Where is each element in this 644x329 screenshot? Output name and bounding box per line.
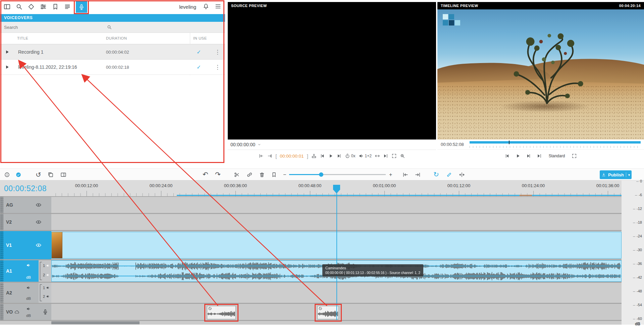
speaker-icon[interactable]: [46, 286, 50, 290]
drag-handle[interactable]: [0, 231, 3, 259]
track-vo-header[interactable]: VO dB: [0, 304, 51, 320]
delete-trash-icon[interactable]: [259, 172, 265, 178]
zoom-out-icon[interactable]: −: [283, 172, 286, 177]
play-icon[interactable]: [515, 153, 521, 159]
next-frame-icon[interactable]: [336, 153, 342, 159]
db-toggle[interactable]: dB: [26, 314, 31, 318]
track-v2-header[interactable]: V2: [0, 214, 51, 230]
record-microphone-icon[interactable]: [42, 309, 48, 315]
fullscreen-icon[interactable]: [572, 153, 577, 159]
scrub-bar-track[interactable]: [470, 141, 641, 144]
undo-icon[interactable]: ↶: [203, 171, 208, 178]
drag-handle[interactable]: [0, 214, 3, 230]
microphone-icon[interactable]: [76, 1, 87, 13]
notifications-bell-icon[interactable]: [203, 3, 209, 10]
channel-row[interactable]: 2: [43, 294, 50, 298]
duplicate-icon[interactable]: [48, 172, 54, 178]
speaker-icon[interactable]: [46, 294, 50, 298]
trim-expand-icon[interactable]: [459, 172, 465, 178]
voiceover-row[interactable]: Recording 1 00:00:04:02 ✓ ⋮: [0, 44, 225, 60]
play-icon[interactable]: [328, 153, 333, 159]
visibility-eye-icon[interactable]: [36, 219, 42, 225]
speaker-icon[interactable]: [46, 273, 50, 277]
goto-mark-in-icon[interactable]: [259, 153, 264, 159]
skip-end-icon[interactable]: [537, 153, 542, 159]
fullscreen-icon[interactable]: [391, 153, 397, 159]
marker-icon[interactable]: [271, 172, 277, 178]
track-a1-header[interactable]: A1 dB 1 2: [0, 260, 51, 282]
drag-handle[interactable]: [0, 197, 3, 213]
play-icon[interactable]: [4, 49, 10, 55]
layout-panels-icon[interactable]: [3, 3, 11, 10]
quality-selector[interactable]: Standard: [549, 154, 565, 158]
razor-icon[interactable]: [446, 172, 452, 178]
publish-button[interactable]: Publish ▾: [600, 170, 632, 179]
insert-to-timeline-icon[interactable]: [311, 153, 317, 159]
mark-out-bracket[interactable]: ]: [307, 153, 308, 159]
play-icon[interactable]: [4, 64, 10, 70]
db-toggle[interactable]: dB: [26, 296, 31, 300]
timeline-scrollbar[interactable]: [0, 321, 622, 325]
speaker-icon[interactable]: [26, 285, 31, 290]
scrub-bar[interactable]: [470, 140, 641, 149]
zoom-slider-knob[interactable]: [319, 172, 323, 177]
chevron-down-icon[interactable]: [257, 143, 261, 147]
zoom-in-icon[interactable]: [400, 153, 405, 159]
db-toggle[interactable]: dB: [26, 275, 31, 279]
insert-mode-icon[interactable]: [402, 172, 409, 178]
zoom-in-icon[interactable]: +: [389, 172, 392, 177]
speaker-icon[interactable]: [46, 264, 50, 268]
drag-handle[interactable]: [0, 260, 3, 282]
track-v1-header[interactable]: V1: [0, 231, 51, 259]
marker-icon[interactable]: [52, 3, 59, 10]
scrub-position-marker[interactable]: [509, 141, 509, 144]
caret-down-icon[interactable]: ▾: [628, 173, 630, 177]
speaker-icon[interactable]: [26, 307, 31, 311]
overwrite-mode-icon[interactable]: [415, 172, 421, 178]
goto-mark-out-icon[interactable]: [267, 153, 272, 159]
render-refresh-icon[interactable]: ↻: [433, 171, 439, 178]
next-frame-icon[interactable]: [526, 153, 531, 159]
channel-row[interactable]: 1: [43, 286, 50, 290]
reset-icon[interactable]: ↺: [36, 171, 41, 178]
speaker-icon[interactable]: [26, 263, 31, 268]
channel-row[interactable]: 1: [43, 264, 50, 268]
search-icon[interactable]: [15, 3, 23, 10]
link-icon[interactable]: [247, 172, 253, 178]
drag-handle[interactable]: [0, 304, 3, 320]
voiceover-clip-2[interactable]: [317, 306, 339, 319]
timeline-ruler[interactable]: 00:00:52:08 00:00:12:00 00:00:24:00 00:0…: [0, 180, 644, 196]
fit-width-icon[interactable]: [375, 153, 380, 159]
adjust-sliders-icon[interactable]: [40, 3, 47, 10]
timeline-preview-video[interactable]: [437, 9, 644, 140]
previous-frame-icon[interactable]: [504, 153, 510, 159]
split-panel-icon[interactable]: [60, 172, 66, 178]
info-icon[interactable]: [4, 172, 10, 178]
drag-handle[interactable]: [0, 283, 3, 303]
kebab-menu-icon[interactable]: ⋮: [215, 48, 220, 55]
visibility-eye-icon[interactable]: [36, 242, 42, 248]
source-preview-video[interactable]: [228, 9, 436, 140]
voiceover-clip-1[interactable]: [207, 306, 236, 319]
kebab-menu-icon[interactable]: ⋮: [215, 64, 220, 71]
previous-frame-icon[interactable]: [320, 153, 325, 159]
scrollbar-thumb[interactable]: [51, 321, 140, 324]
cut-scissors-icon[interactable]: [234, 172, 240, 178]
hamburger-menu-icon[interactable]: [215, 3, 221, 10]
mark-in-bracket[interactable]: [: [275, 153, 277, 159]
channel-row[interactable]: 2: [43, 273, 50, 277]
visibility-eye-icon[interactable]: [36, 202, 42, 208]
playback-speed[interactable]: 0x: [345, 153, 356, 159]
approve-check-icon[interactable]: [15, 172, 21, 178]
track-a2-header[interactable]: A2 dB 1 2: [0, 283, 51, 303]
effects-icon[interactable]: [28, 3, 35, 10]
skip-end-icon[interactable]: [383, 153, 388, 159]
search-input[interactable]: [0, 22, 114, 33]
voiceover-row[interactable]: leveling-8.11.2022, 22:19:16 00:00:02:18…: [0, 60, 225, 75]
redo-icon[interactable]: ↷: [215, 171, 221, 178]
search-icon[interactable]: [107, 24, 112, 30]
track-ag-header[interactable]: AG: [0, 197, 51, 213]
audio-channels[interactable]: 1+2: [359, 153, 372, 159]
playhead[interactable]: [336, 187, 337, 320]
list-icon[interactable]: [64, 3, 71, 10]
